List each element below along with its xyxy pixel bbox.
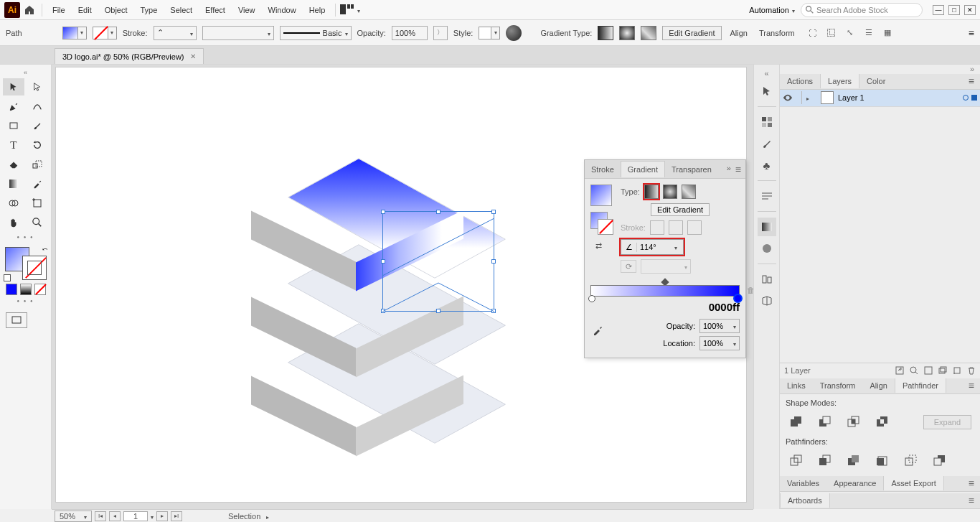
pen-tool[interactable]: [3, 98, 24, 115]
recolor-artwork-icon[interactable]: [506, 25, 522, 41]
dock-symbols-icon[interactable]: ♣: [758, 156, 776, 174]
eyedropper-tool[interactable]: [27, 175, 49, 192]
opacity-input[interactable]: 100%: [392, 26, 428, 40]
default-fill-stroke-icon[interactable]: [4, 274, 11, 281]
panel-tab-align[interactable]: Align: [862, 378, 894, 393]
panel-menu-icon[interactable]: [735, 164, 741, 175]
target-icon[interactable]: [963, 95, 969, 101]
menu-object[interactable]: Object: [99, 3, 133, 17]
align-label[interactable]: Align: [727, 29, 750, 37]
panel-tab-links[interactable]: Links: [780, 378, 813, 393]
menu-view[interactable]: View: [232, 3, 261, 17]
status-more-icon[interactable]: [266, 512, 269, 521]
exclude-icon[interactable]: [875, 414, 890, 430]
menu-select[interactable]: Select: [164, 3, 198, 17]
zoom-tool[interactable]: [27, 214, 49, 231]
gradient-type-radial[interactable]: [663, 185, 677, 199]
menu-window[interactable]: Window: [263, 3, 302, 17]
opacity-dropdown[interactable]: 〉: [433, 26, 448, 40]
gradient-freeform-icon[interactable]: [641, 26, 656, 40]
gradient-fill-preview[interactable]: [590, 185, 612, 206]
layer-expand-icon[interactable]: [806, 93, 816, 102]
panel-tab-transparency[interactable]: Transparen: [665, 162, 718, 177]
panel-tab-artboards[interactable]: Artboards: [780, 493, 830, 508]
window-minimize-button[interactable]: —: [933, 5, 944, 15]
artboard-dropdown[interactable]: [151, 512, 154, 521]
layer-name[interactable]: Layer 1: [838, 93, 864, 102]
eraser-tool[interactable]: [3, 156, 24, 173]
window-close-button[interactable]: ✕: [964, 5, 976, 15]
delete-layer-icon[interactable]: [967, 366, 976, 375]
edit-gradient-button[interactable]: Edit Gradient: [662, 26, 721, 40]
group-select-icon[interactable]: ⿺: [822, 24, 841, 42]
shape-builder-tool[interactable]: [3, 195, 24, 212]
visibility-icon[interactable]: [783, 94, 797, 101]
layers-panel-menu-icon[interactable]: [963, 75, 980, 87]
dock-collapse-icon[interactable]: «: [764, 69, 768, 79]
clip-mask-icon[interactable]: [924, 366, 933, 375]
panel-tab-stroke[interactable]: Stroke: [585, 162, 621, 177]
close-tab-icon[interactable]: ✕: [190, 52, 196, 60]
locate-object-icon[interactable]: [910, 366, 918, 375]
dock-align-icon[interactable]: [758, 270, 776, 289]
clip-icon[interactable]: ☰: [859, 24, 878, 42]
screen-mode[interactable]: [6, 312, 27, 328]
canvas[interactable]: Stroke Gradient Transparen » ⇄ Type:: [52, 65, 753, 509]
paintbrush-tool[interactable]: [27, 117, 49, 134]
gradient-slider[interactable]: 🗑: [590, 285, 740, 297]
dock-properties-icon[interactable]: [758, 82, 776, 101]
gradient-angle-input[interactable]: ∠: [621, 239, 684, 255]
color-picker-eyedropper-icon[interactable]: [592, 325, 603, 336]
selection-bounding-box[interactable]: [382, 211, 494, 312]
minus-back-icon[interactable]: [932, 453, 948, 469]
gradient-type-linear[interactable]: [644, 185, 659, 199]
isolate-icon[interactable]: ⛶: [804, 24, 822, 42]
color-mode-solid[interactable]: [6, 284, 17, 295]
panel-tab-appearance[interactable]: Appearance: [826, 476, 883, 490]
panel-tab-gradient[interactable]: Gradient: [621, 161, 665, 177]
panel-tab-layers[interactable]: Layers: [820, 74, 859, 88]
artboard-last-icon[interactable]: ▸I: [171, 511, 182, 521]
zoom-level[interactable]: 50%: [55, 511, 92, 522]
stroke-indicator[interactable]: [22, 256, 47, 280]
panel-tab-pathfinder[interactable]: Pathfinder: [895, 378, 946, 393]
gradient-linear-icon[interactable]: [598, 26, 613, 40]
color-mode-gradient[interactable]: [20, 284, 32, 295]
delete-stop-icon[interactable]: 🗑: [747, 286, 755, 294]
rotate-tool[interactable]: [27, 136, 49, 154]
artboard-first-icon[interactable]: I◂: [95, 511, 106, 521]
new-sublayer-icon[interactable]: [938, 366, 947, 375]
angle-dropdown[interactable]: [670, 243, 682, 251]
edit-gradient-button-panel[interactable]: Edit Gradient: [651, 203, 710, 216]
gradient-tool[interactable]: [3, 175, 24, 192]
scale-tool[interactable]: [27, 156, 49, 173]
dock-libraries-icon[interactable]: [758, 292, 776, 310]
artboard-tool[interactable]: [27, 195, 49, 212]
gradient-type-freeform[interactable]: [682, 185, 696, 199]
layers-export-icon[interactable]: [895, 366, 904, 375]
dock-paragraph-icon[interactable]: [758, 187, 776, 205]
dock-brushes-icon[interactable]: [758, 134, 776, 153]
panel-tab-variables[interactable]: Variables: [780, 476, 826, 490]
layer-row[interactable]: Layer 1: [780, 90, 980, 107]
fill-swatch[interactable]: [62, 27, 87, 39]
new-layer-icon[interactable]: [953, 366, 961, 375]
workspace-switcher[interactable]: Automation: [749, 6, 795, 14]
selection-tool[interactable]: [3, 78, 24, 95]
menu-edit[interactable]: Edit: [72, 3, 98, 17]
home-icon[interactable]: [22, 2, 37, 18]
intersect-icon[interactable]: [846, 414, 862, 430]
curvature-tool[interactable]: [27, 98, 49, 115]
arrange-documents-icon[interactable]: [340, 4, 356, 16]
align-pixel-icon[interactable]: ▦: [878, 24, 897, 42]
artboard-prev-icon[interactable]: ◂: [109, 511, 121, 521]
transform-label[interactable]: Transform: [756, 29, 798, 37]
menu-type[interactable]: Type: [135, 3, 164, 17]
edit-toolbar[interactable]: ● ● ●: [3, 235, 48, 239]
trim-icon[interactable]: [817, 453, 833, 469]
minus-front-icon[interactable]: [817, 414, 833, 430]
arrangement-icon[interactable]: ⤡: [841, 24, 859, 42]
color-mode-none[interactable]: [34, 284, 46, 295]
graphic-style[interactable]: [479, 27, 500, 39]
panel-tab-color[interactable]: Color: [859, 74, 892, 88]
